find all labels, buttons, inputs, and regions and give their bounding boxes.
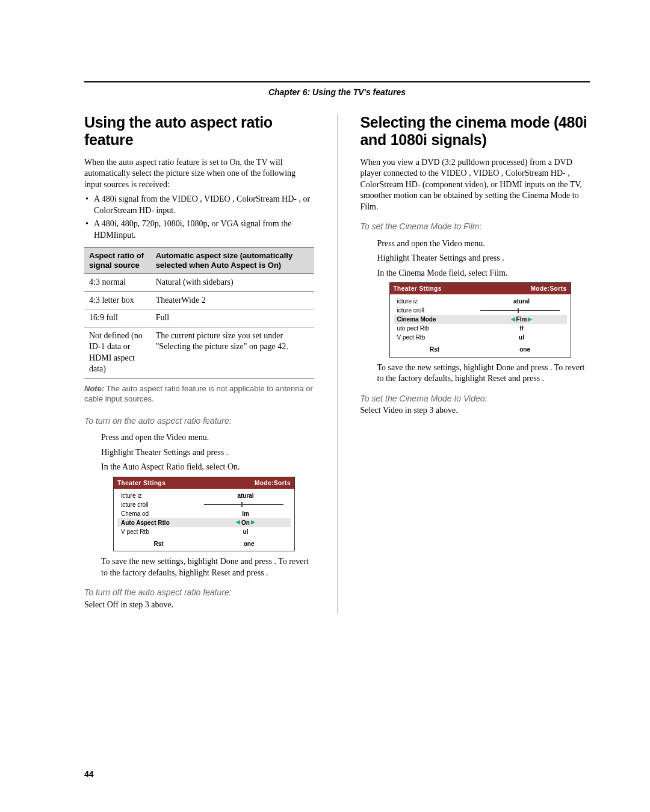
table-row: Not defined (no ID-1 data or HDMI aspect… xyxy=(84,327,314,378)
osd-row: V pect Rtb ul xyxy=(394,333,567,342)
save-text: To save the new settings, highlight Done… xyxy=(377,362,590,385)
osd-label: uto pect Rtb xyxy=(397,324,480,332)
osd-row: icture croll xyxy=(117,500,291,509)
left-bullets: A 480i signal from the VIDEO , VIDEO , C… xyxy=(84,194,314,241)
osd-row: Chema od lm xyxy=(117,509,291,518)
column-divider xyxy=(337,114,338,614)
osd-label: icture iz xyxy=(397,297,480,305)
osd-foot-reset: Rst xyxy=(154,540,164,548)
osd-label: V pect Rtb xyxy=(121,528,204,536)
osd-value: On xyxy=(241,519,250,527)
right-intro: When you view a DVD (3:2 pulldown proces… xyxy=(361,157,590,212)
osd-value: atural xyxy=(480,297,563,305)
osd-title-left: Theater Sttings xyxy=(394,285,442,293)
osd-row: icture iz atural xyxy=(117,491,291,500)
osd-row-selected: Auto Aspect Rtio ◀ On ▶ xyxy=(117,518,291,527)
right-column: Selecting the cinema mode (480i and 1080… xyxy=(361,114,590,614)
proc-on-head: To turn on the auto aspect ratio feature… xyxy=(84,415,314,426)
steps-on: Press and open the Video menu. Highlight… xyxy=(101,432,314,473)
osd-value: ul xyxy=(480,333,563,341)
chapter-label: Chapter 6: Using the TV's features xyxy=(84,87,590,97)
osd-label: V pect Rtb xyxy=(397,333,480,341)
arrow-right-icon: ▶ xyxy=(527,316,533,323)
osd-foot-done: one xyxy=(519,346,530,353)
bullet-item: A 480i signal from the VIDEO , VIDEO , C… xyxy=(84,194,314,216)
osd-row: icture croll xyxy=(394,306,567,315)
osd-label: Auto Aspect Rtio xyxy=(121,519,204,527)
right-heading: Selecting the cinema mode (480i and 1080… xyxy=(361,114,590,149)
page-number: 44 xyxy=(84,769,94,779)
left-heading: Using the auto aspect ratio feature xyxy=(84,114,314,149)
steps-film: Press and open the Video menu. Highlight… xyxy=(377,238,590,279)
osd-value: ul xyxy=(204,528,287,536)
step: Highlight Theater Settings and press . xyxy=(101,447,314,458)
arrow-right-icon: ▶ xyxy=(250,519,256,526)
osd-title-right: Mode:Sorts xyxy=(255,479,291,487)
table-cell: 4:3 normal xyxy=(84,274,151,291)
osd-value: Flm xyxy=(516,315,527,323)
table-cell: The current picture size you set under "… xyxy=(151,327,314,378)
table-cell: 4:3 letter box xyxy=(84,291,151,309)
osd-foot-reset: Rst xyxy=(430,346,439,353)
note: Note: The auto aspect ratio feature is n… xyxy=(84,383,314,404)
osd-row: V pect Rtb ul xyxy=(117,527,291,536)
osd-title-left: Theater Sttings xyxy=(117,479,166,487)
table-head-col2: Automatic aspect size (automatically sel… xyxy=(151,247,314,274)
video-text: Select Video in step 3 above. xyxy=(361,405,590,416)
top-rule xyxy=(84,81,590,82)
arrow-left-icon: ◀ xyxy=(235,519,241,526)
arrow-left-icon: ◀ xyxy=(510,316,516,323)
osd-label: Cinema Mode xyxy=(397,315,480,323)
osd-menu-right: Theater Sttings Mode:Sorts icture iz atu… xyxy=(389,282,571,357)
left-column: Using the auto aspect ratio feature When… xyxy=(84,114,314,614)
table-cell: Full xyxy=(151,309,314,327)
osd-value: lm xyxy=(204,510,287,518)
note-text: The auto aspect ratio feature is not app… xyxy=(84,384,313,404)
table-row: 16:9 full Full xyxy=(84,309,314,327)
proc-off-head: To turn off the auto aspect ratio featur… xyxy=(84,587,314,598)
osd-label: icture iz xyxy=(121,492,204,500)
proc-video-head: To set the Cinema Mode to Video: xyxy=(361,393,590,404)
table-row: 4:3 letter box TheaterWide 2 xyxy=(84,291,314,309)
table-cell: TheaterWide 2 xyxy=(151,291,314,309)
table-row: 4:3 normal Natural (with sidebars) xyxy=(84,274,314,291)
bullet-item: A 480i, 480p, 720p, 1080i, 1080p, or VGA… xyxy=(84,218,314,241)
osd-label: Chema od xyxy=(121,510,204,518)
table-cell: Natural (with sidebars) xyxy=(151,274,314,291)
step: Press and open the Video menu. xyxy=(377,238,590,249)
aspect-table: Aspect ratio of signal source Automatic … xyxy=(84,247,314,378)
table-cell: Not defined (no ID-1 data or HDMI aspect… xyxy=(84,327,151,378)
osd-menu-left: Theater Sttings Mode:Sorts icture iz atu… xyxy=(113,477,295,551)
table-head-col1: Aspect ratio of signal source xyxy=(84,247,151,274)
step: In the Cinema Mode field, select Film. xyxy=(377,268,590,279)
osd-title-right: Mode:Sorts xyxy=(531,285,567,293)
osd-slider xyxy=(204,504,283,505)
save-text: To save the new settings, highlight Done… xyxy=(101,556,314,578)
off-text: Select Off in step 3 above. xyxy=(84,600,314,610)
table-cell: 16:9 full xyxy=(84,309,151,327)
note-label: Note: xyxy=(84,384,104,393)
proc-film-head: To set the Cinema Mode to Film: xyxy=(361,221,590,232)
step: Highlight Theater Settings and press . xyxy=(377,253,590,264)
osd-slider xyxy=(480,310,560,311)
step: Press and open the Video menu. xyxy=(101,432,314,443)
osd-row: uto pect Rtb ff xyxy=(394,324,567,333)
osd-label: icture croll xyxy=(397,306,477,314)
osd-foot-done: one xyxy=(244,540,255,548)
left-intro: When the auto aspect ratio feature is se… xyxy=(84,157,314,190)
osd-row-selected: Cinema Mode ◀ Flm ▶ xyxy=(394,315,567,324)
osd-value: atural xyxy=(204,492,287,500)
osd-label: icture croll xyxy=(121,501,200,509)
step: In the Auto Aspect Ratio field, select O… xyxy=(101,462,314,473)
osd-row: icture iz atural xyxy=(394,297,567,306)
osd-value: ff xyxy=(480,324,563,332)
